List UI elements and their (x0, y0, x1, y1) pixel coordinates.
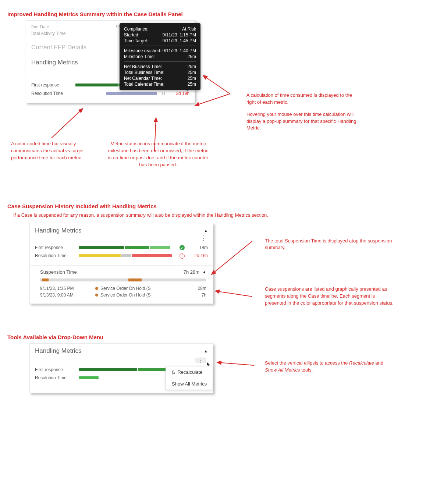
svg-line-2 (51, 109, 83, 138)
annotation-arrows (29, 343, 265, 401)
svg-line-4 (212, 241, 252, 274)
section2-heading: Case Suspension History Included with Ha… (7, 203, 430, 209)
section1-heading: Improved Handling Metrics Summary within… (7, 11, 430, 17)
svg-line-1 (203, 75, 230, 94)
annotation-arrows (29, 223, 265, 333)
annotation-hover-popup: Hovering your mouse over this time calcu… (246, 111, 360, 132)
annotation-arrows (26, 20, 246, 182)
svg-line-5 (215, 291, 252, 297)
annotation-time-consumed: A calculation of time consumed is displa… (246, 92, 360, 106)
annotation-dropdown: Select the vertical ellipsis to access t… (265, 360, 394, 374)
section-suspension-history: Case Suspension History Included with Ha… (7, 203, 430, 312)
svg-line-3 (154, 118, 156, 151)
section2-subnote: If a Case is suspended for any reason, a… (13, 212, 430, 218)
svg-line-0 (195, 94, 230, 106)
section-handling-metrics-summary: Improved Handling Metrics Summary within… (7, 11, 430, 174)
section3-heading: Tools Available via Drop-Down Menu (7, 334, 430, 340)
annotation-suspension-segments: Case suspensions are listed and graphica… (265, 286, 394, 307)
section-dropdown-tools: Tools Available via Drop-Down Menu Handl… (7, 334, 430, 393)
svg-line-6 (217, 362, 254, 365)
annotation-suspension-total: The total Suspension Time is displayed a… (265, 238, 394, 252)
